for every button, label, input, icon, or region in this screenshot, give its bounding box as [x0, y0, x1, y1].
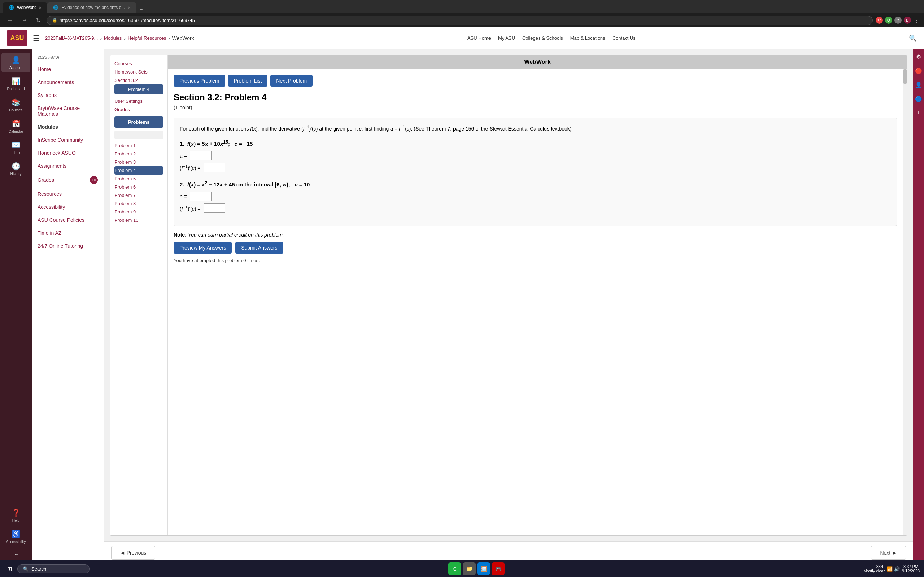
nav-item-grades[interactable]: Grades 10: [32, 172, 103, 187]
breadcrumb-helpful[interactable]: Helpful Resources: [128, 35, 166, 41]
rs-icon-5[interactable]: +: [915, 108, 921, 118]
nav-item-time-az[interactable]: Time in AZ: [32, 226, 103, 239]
search-icon[interactable]: 🔍: [909, 34, 917, 42]
nav-item-announcements[interactable]: Announcements: [32, 76, 103, 89]
ww-user-settings-link[interactable]: User Settings: [115, 97, 163, 105]
ww-problem-10[interactable]: Problem 10: [115, 216, 163, 224]
inactive-tab[interactable]: 🌐 Evidence of how the ancients d... ✕: [47, 2, 136, 13]
ww-problem-btn[interactable]: Problem 4: [115, 84, 163, 94]
active-tab[interactable]: 🌐 WebWork ✕: [3, 2, 47, 13]
submit-answers-btn[interactable]: Submit Answers: [235, 242, 283, 253]
ww-problem-8[interactable]: Problem 8: [115, 200, 163, 208]
problem-list-btn[interactable]: Problem List: [228, 75, 268, 87]
taskbar-search[interactable]: 🔍 Search: [17, 564, 89, 574]
sidebar-item-courses[interactable]: 📚 Courses: [2, 95, 30, 115]
ww-scrollbar-thumb[interactable]: [903, 69, 907, 84]
ext-icon-2[interactable]: O: [885, 16, 892, 24]
note-text: Note: You can earn partial credit on thi…: [174, 232, 897, 238]
my-asu-link[interactable]: My ASU: [498, 35, 515, 41]
preview-answers-btn[interactable]: Preview My Answers: [174, 242, 232, 253]
nav-item-tutoring[interactable]: 24/7 Online Tutoring: [32, 239, 103, 253]
ww-filter-bar[interactable]: [115, 131, 163, 139]
hamburger-menu[interactable]: ☰: [33, 34, 39, 43]
nav-item-home[interactable]: Home: [32, 63, 103, 76]
tab-close-btn[interactable]: ✕: [39, 6, 42, 10]
part-1-a-input[interactable]: [190, 151, 212, 161]
previous-btn[interactable]: ◄ Previous: [111, 546, 155, 560]
profile-icon[interactable]: B: [904, 16, 911, 24]
map-locations-link[interactable]: Map & Locations: [570, 35, 605, 41]
problem-title: Section 3.2: Problem 4: [174, 92, 897, 102]
taskbar-right: 88°F Mostly clear 📶 🔊 8:37 PM 9/12/2023: [863, 564, 920, 573]
ext-icon-3[interactable]: ↺: [894, 16, 901, 24]
nav-item-asu-policies[interactable]: ASU Course Policies: [32, 213, 103, 226]
course-nav: 2023 Fall A Home Announcements Syllabus …: [32, 49, 104, 564]
sidebar-item-account[interactable]: 👤 Account: [2, 53, 30, 73]
nav-item-honorlock[interactable]: Honorlock ASUO: [32, 147, 103, 160]
sidebar-item-history[interactable]: 🕐 History: [2, 159, 30, 179]
more-btn[interactable]: ⋮: [913, 16, 920, 24]
part-2-a-input[interactable]: [190, 192, 212, 201]
ww-problem-2[interactable]: Problem 2: [115, 150, 163, 158]
ww-problem-6[interactable]: Problem 6: [115, 183, 163, 191]
sidebar-item-accessibility[interactable]: ♿ Accessibility: [2, 527, 30, 547]
rs-icon-3[interactable]: 👤: [914, 80, 924, 90]
new-tab-btn[interactable]: +: [136, 6, 145, 13]
breadcrumb-modules[interactable]: Modules: [104, 35, 122, 41]
next-btn[interactable]: Next ►: [871, 546, 906, 560]
taskbar-app-store[interactable]: 🪟: [477, 562, 490, 575]
windows-start-btn[interactable]: ⊞: [4, 564, 15, 574]
nav-item-syllabus[interactable]: Syllabus: [32, 89, 103, 102]
sidebar-item-help[interactable]: ❓ Help: [2, 506, 30, 525]
part-2-deriv-input[interactable]: [204, 203, 225, 213]
address-bar[interactable]: 🔒 https://canvas.asu.edu/courses/163591/…: [47, 16, 873, 25]
breadcrumb-sep-1: ›: [100, 35, 102, 41]
forward-btn[interactable]: →: [19, 16, 30, 25]
back-btn[interactable]: ←: [4, 16, 16, 25]
nav-item-resources[interactable]: Resources: [32, 187, 103, 200]
taskbar-app-edge[interactable]: e: [448, 562, 461, 575]
nav-item-bryte[interactable]: BryteWave Course Materials: [32, 102, 103, 121]
taskbar: ⊞ 🔍 Search e 📁 🪟 🎮 88°F Mostly clear 📶 🔊: [0, 561, 924, 577]
weather-info: 88°F Mostly clear: [863, 564, 885, 573]
nav-item-assignments[interactable]: Assignments: [32, 160, 103, 172]
breadcrumb: 2023FallA-X-MAT265-9... › Modules › Help…: [45, 35, 194, 41]
colleges-schools-link[interactable]: Colleges & Schools: [522, 35, 563, 41]
asu-home-link[interactable]: ASU Home: [467, 35, 491, 41]
asu-topnav: ASU ☰ 2023FallA-X-MAT265-9... › Modules …: [0, 27, 924, 49]
ww-problem-4[interactable]: Problem 4: [115, 166, 163, 174]
ww-grades-link[interactable]: Grades: [115, 105, 163, 114]
ww-problem-5[interactable]: Problem 5: [115, 174, 163, 183]
breadcrumb-course[interactable]: 2023FallA-X-MAT265-9...: [45, 35, 98, 41]
collapse-sidebar-btn[interactable]: |←: [10, 548, 23, 561]
ww-scrollbar[interactable]: [903, 69, 907, 535]
part-2-deriv-label: (f−1)′(c) =: [180, 204, 201, 213]
sidebar-item-inbox[interactable]: ✉️ Inbox: [2, 138, 30, 158]
sidebar-item-dashboard[interactable]: 📊 Dashboard: [2, 74, 30, 94]
inactive-tab-close-btn[interactable]: ✕: [128, 6, 131, 10]
ww-problem-1[interactable]: Problem 1: [115, 141, 163, 150]
taskbar-app-xbox[interactable]: 🎮: [492, 562, 505, 575]
part-1-deriv-input[interactable]: [204, 163, 225, 172]
ww-problem-9[interactable]: Problem 9: [115, 208, 163, 216]
contact-us-link[interactable]: Contact Us: [612, 35, 636, 41]
previous-problem-btn[interactable]: Previous Problem: [174, 75, 225, 87]
rs-icon-2[interactable]: 🔴: [914, 66, 924, 76]
rs-icon-1[interactable]: ⚙: [914, 52, 922, 62]
sidebar-item-calendar[interactable]: 📅 Calendar: [2, 116, 30, 136]
rs-icon-4[interactable]: 🔵: [914, 94, 924, 104]
ww-homework-link[interactable]: Homework Sets: [115, 68, 163, 76]
taskbar-app-file[interactable]: 📁: [463, 562, 476, 575]
next-problem-btn[interactable]: Next Problem: [270, 75, 313, 87]
ext-icon-1[interactable]: 17: [876, 16, 883, 24]
ww-courses-link[interactable]: Courses: [115, 60, 163, 68]
ww-problem-7[interactable]: Problem 7: [115, 191, 163, 200]
refresh-btn[interactable]: ↻: [33, 16, 44, 25]
ww-problem-3[interactable]: Problem 3: [115, 158, 163, 166]
nav-item-modules[interactable]: Modules: [32, 121, 103, 134]
ww-section-link[interactable]: Section 3.2: [115, 76, 163, 84]
browser-tabs: 🌐 WebWork ✕ 🌐 Evidence of how the ancien…: [3, 0, 146, 13]
nav-item-accessibility[interactable]: Accessibility: [32, 200, 103, 213]
nav-item-inscribe[interactable]: InScribe Community: [32, 134, 103, 147]
asu-logo[interactable]: ASU: [7, 30, 27, 46]
